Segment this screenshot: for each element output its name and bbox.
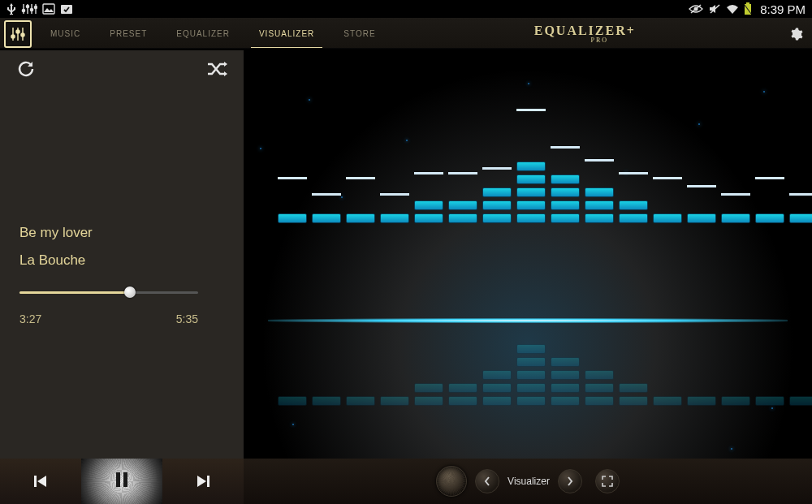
app-logo-main: EQUALIZER+	[534, 24, 636, 38]
visualizer-selector-label: Visualizer	[508, 476, 550, 487]
chevron-right-icon	[566, 476, 574, 486]
seek-slider[interactable]	[19, 286, 198, 298]
eye-off-icon	[689, 3, 703, 15]
eq-reflection	[278, 325, 778, 406]
repeat-button[interactable]	[16, 59, 36, 82]
gear-icon	[788, 27, 803, 41]
chevron-left-icon	[483, 476, 491, 486]
tab-equalizer[interactable]: EQUALIZER	[162, 18, 244, 50]
svg-rect-24	[123, 472, 127, 487]
time-duration: 5:35	[176, 312, 198, 325]
svg-point-17	[11, 35, 15, 38]
svg-point-5	[30, 8, 32, 11]
equalizer-status-icon	[21, 3, 37, 15]
battery-icon	[744, 2, 752, 15]
fullscreen-button[interactable]	[595, 469, 620, 493]
svg-rect-13	[746, 2, 749, 4]
svg-point-1	[22, 9, 24, 11]
pause-icon	[114, 472, 129, 488]
playback-controls	[0, 459, 244, 504]
nowplaying-panel: Be my lover La Bouche 3:27 5:35	[0, 50, 244, 459]
next-icon	[194, 472, 212, 490]
visualizer-view	[244, 50, 812, 459]
fullscreen-icon	[602, 476, 613, 487]
app-logo: EQUALIZER+ PRO	[391, 18, 780, 50]
tabs: MUSIC PRESET EQUALIZER VISUALIZER STORE	[36, 18, 391, 50]
shuffle-button[interactable]	[206, 59, 227, 82]
wifi-icon	[726, 3, 739, 15]
status-bar: 8:39 PM	[0, 0, 812, 18]
svg-point-7	[34, 6, 37, 8]
tab-music[interactable]: MUSIC	[36, 18, 95, 50]
check-card-icon	[60, 3, 73, 15]
repeat-icon	[16, 59, 36, 79]
settings-button[interactable]	[780, 18, 812, 50]
svg-rect-8	[43, 4, 54, 14]
previous-button[interactable]	[0, 459, 81, 504]
toolbar: MUSIC PRESET EQUALIZER VISUALIZER STORE …	[0, 18, 812, 50]
visualizer-prev-button[interactable]	[475, 469, 499, 493]
glow-line	[268, 318, 788, 323]
previous-icon	[32, 472, 50, 490]
status-clock: 8:39 PM	[760, 2, 806, 16]
svg-rect-25	[207, 476, 209, 487]
photo-icon	[42, 3, 55, 15]
visualizer-next-button[interactable]	[558, 469, 582, 493]
eq-bars	[278, 205, 778, 223]
svg-rect-23	[116, 472, 120, 487]
track-title: Be my lover	[19, 225, 224, 241]
app-icon[interactable]	[0, 18, 36, 50]
tab-preset[interactable]: PRESET	[95, 18, 162, 50]
usb-icon	[6, 3, 16, 15]
next-button[interactable]	[162, 459, 244, 504]
play-pause-button[interactable]	[81, 459, 162, 504]
svg-point-3	[26, 5, 28, 7]
svg-point-21	[21, 33, 24, 37]
time-elapsed: 3:27	[19, 312, 41, 325]
tab-store[interactable]: STORE	[329, 18, 390, 50]
svg-rect-22	[34, 476, 37, 487]
svg-point-19	[16, 30, 19, 33]
tab-visualizer[interactable]: VISUALIZER	[244, 18, 329, 50]
track-artist: La Bouche	[19, 252, 224, 269]
shuffle-icon	[206, 59, 227, 79]
visualizer-knob[interactable]	[436, 466, 467, 497]
mute-icon	[708, 3, 721, 15]
